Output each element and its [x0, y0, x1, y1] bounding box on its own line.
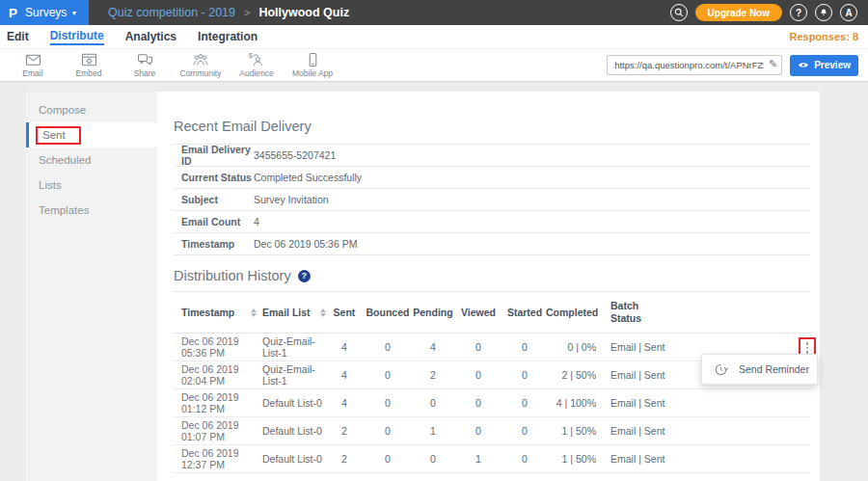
notifications-button[interactable]	[815, 4, 832, 21]
eye-icon	[798, 61, 809, 69]
upgrade-now-button[interactable]: Upgrade Now	[695, 4, 782, 21]
preview-button[interactable]: Preview	[790, 55, 858, 76]
nav-bar: Edit Distribute Analytics Integration Re…	[0, 25, 868, 48]
community-icon	[192, 52, 209, 67]
info-row: Current Status Completed Successfully	[174, 167, 810, 189]
column-header-timestamp[interactable]: Timestamp	[181, 307, 257, 318]
column-header-email-list[interactable]: Email List	[262, 307, 326, 318]
tab-analytics[interactable]: Analytics	[125, 30, 176, 44]
row-context-menu: Send Reminder	[701, 354, 818, 385]
edit-url-pencil-icon[interactable]: ✎	[769, 58, 777, 70]
menu-item-send-reminder[interactable]: Send Reminder	[739, 363, 809, 375]
audience-icon: $	[248, 52, 265, 67]
breadcrumb-parent-link[interactable]: Quiz competition - 2019	[108, 6, 235, 19]
top-bar: P Surveys ▼ Quiz competition - 2019 > Ho…	[0, 0, 868, 25]
search-icon	[674, 8, 684, 17]
info-row: Timestamp Dec 06 2019 05:36 PM	[174, 233, 810, 255]
sidebar-item-templates[interactable]: Templates	[26, 198, 157, 223]
top-actions: Upgrade Now ? A	[670, 4, 868, 21]
tab-distribute[interactable]: Distribute	[50, 29, 104, 45]
breadcrumb-separator: >	[244, 7, 250, 18]
mobile-app-icon	[305, 52, 321, 67]
info-row: Subject Survey Invitation	[174, 189, 810, 211]
questionpro-logo-icon: P	[9, 6, 17, 20]
chevron-down-icon: ▼	[70, 10, 77, 16]
recent-delivery-title: Recent Email Delivery	[174, 119, 810, 134]
annotation-box-sent: Sent	[36, 126, 81, 145]
table-row: Dec 06 2019 01:07 PM Default List-0 2 0 …	[174, 417, 810, 445]
help-icon[interactable]: ?	[298, 270, 311, 282]
app-root: P Surveys ▼ Quiz competition - 2019 > Ho…	[0, 0, 868, 481]
distribution-history-title: Distribution History	[174, 268, 291, 283]
share-icon	[137, 52, 153, 67]
column-header-pending: Pending	[413, 307, 453, 318]
surveys-menu[interactable]: P Surveys ▼	[0, 0, 89, 25]
sent-sidebar: Compose Sent Scheduled Lists Templates	[26, 92, 157, 481]
sort-icon[interactable]	[251, 308, 257, 317]
column-header-completed: Completed	[546, 307, 596, 318]
bell-icon	[819, 8, 828, 17]
svg-text:$: $	[249, 52, 253, 59]
survey-url-wrap: ✎	[607, 55, 782, 75]
recent-delivery-table: Email Delivery ID 3455655-5207421 Curren…	[174, 144, 810, 255]
embed-icon	[81, 52, 97, 67]
help-button[interactable]: ?	[790, 4, 807, 21]
column-header-sent: Sent	[326, 307, 363, 318]
column-header-started: Started	[503, 307, 546, 318]
sidebar-item-lists[interactable]: Lists	[26, 173, 157, 198]
email-icon	[25, 52, 41, 67]
left-margin	[0, 92, 26, 481]
column-header-bounced: Bounced	[363, 307, 413, 318]
product-label: Surveys	[25, 6, 67, 19]
channel-share[interactable]: Share	[117, 52, 173, 78]
sidebar-item-scheduled[interactable]: Scheduled	[26, 147, 157, 173]
channel-mobile-app[interactable]: Mobile App	[285, 52, 340, 78]
sidebar-item-compose[interactable]: Compose	[26, 97, 157, 122]
breadcrumb: Quiz competition - 2019 > Hollywood Quiz	[108, 6, 349, 19]
toolbar-right: ✎ Preview	[607, 55, 868, 76]
info-row: Email Delivery ID 3455655-5207421	[174, 145, 810, 167]
channel-community[interactable]: Community	[173, 52, 229, 78]
channel-embed[interactable]: Embed	[61, 52, 117, 78]
avatar[interactable]: A	[840, 4, 857, 21]
distribution-history-header: Distribution History ?	[174, 268, 810, 283]
table-row: Dec 06 2019 12:37 PM Default List-0 2 0 …	[174, 445, 810, 473]
survey-url-input[interactable]	[607, 55, 782, 75]
responses-count[interactable]: Responses: 8	[789, 31, 858, 42]
tab-edit[interactable]: Edit	[7, 30, 29, 44]
column-header-batch-status: Batch Status	[596, 300, 689, 325]
table-header-row: Timestamp Email List Sent Bounced Pendin…	[174, 291, 810, 334]
workspace: Compose Sent Scheduled Lists Templates R…	[0, 92, 868, 481]
channel-list: Email Embed Share Community $ Audience M…	[0, 52, 340, 78]
send-reminder-icon	[714, 362, 728, 377]
sidebar-item-sent[interactable]: Sent	[26, 122, 157, 147]
sent-panel: Recent Email Delivery Email Delivery ID …	[157, 92, 820, 481]
column-header-viewed: Viewed	[453, 307, 503, 318]
channel-audience[interactable]: $ Audience	[229, 52, 285, 78]
distribute-toolbar: Email Embed Share Community $ Audience M…	[0, 48, 868, 82]
table-row: Dec 06 2019 01:12 PM Default List-0 4 0 …	[174, 389, 810, 417]
page-title: Hollywood Quiz	[258, 6, 349, 19]
info-row: Email Count 4	[174, 211, 810, 233]
tab-integration[interactable]: Integration	[198, 30, 258, 44]
search-button[interactable]	[670, 4, 688, 21]
channel-email[interactable]: Email	[5, 52, 61, 78]
